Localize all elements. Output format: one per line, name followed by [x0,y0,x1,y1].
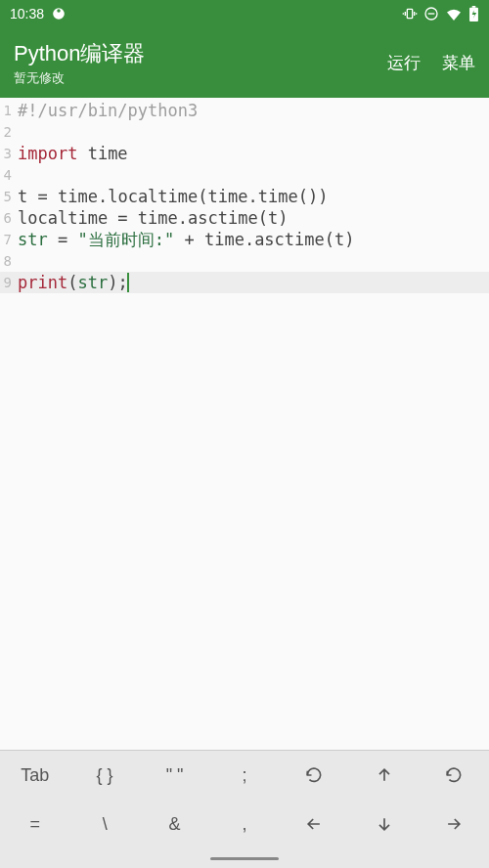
shortcut-keyboard: Tab{ }" "; =\&, [0,750,489,848]
line-number: 2 [0,121,16,143]
line-number: 6 [0,207,16,229]
menu-button[interactable]: 菜单 [442,52,475,74]
status-time: 10:38 [10,6,44,22]
code-content[interactable] [16,164,489,186]
code-content[interactable]: localtime = time.asctime(t) [16,207,489,229]
line-number: 8 [0,250,16,272]
code-line[interactable]: 9print(str); [0,272,489,293]
run-button[interactable]: 运行 [387,52,421,74]
code-content[interactable]: t = time.localtime(time.time()) [16,186,489,207]
line-number: 9 [0,272,16,293]
cursor [127,273,129,292]
code-content[interactable] [16,121,489,143]
nav-bar [0,848,489,868]
code-content[interactable] [16,250,489,272]
wifi-icon [445,7,463,21]
kb-key[interactable]: { } [69,751,139,800]
code-line[interactable]: 2 [0,121,489,143]
kb-key[interactable]: " " [140,751,209,800]
app-header: Python编译器 暂无修改 运行 菜单 [0,27,489,98]
kb-key-arrow-up-icon[interactable] [349,751,419,800]
line-number: 7 [0,229,16,250]
nav-handle[interactable] [210,857,279,860]
kb-key-arrow-right-icon[interactable] [420,800,489,848]
kb-key-arrow-left-icon[interactable] [280,800,349,848]
code-content[interactable]: import time [16,143,489,164]
file-status: 暂无修改 [14,69,146,87]
code-editor[interactable]: 1#!/usr/bin/python323import time45t = ti… [0,98,489,750]
app-indicator-icon [52,7,66,21]
svg-point-1 [57,9,61,13]
code-line[interactable]: 3import time [0,143,489,164]
kb-key[interactable]: \ [69,800,139,848]
code-line[interactable]: 4 [0,164,489,186]
code-content[interactable]: #!/usr/bin/python3 [16,100,489,121]
code-line[interactable]: 8 [0,250,489,272]
kb-key-refresh-icon[interactable] [420,751,489,800]
line-number: 5 [0,186,16,207]
code-line[interactable]: 6localtime = time.asctime(t) [0,207,489,229]
code-content[interactable]: print(str); [16,272,489,293]
dnd-icon [423,6,439,22]
kb-key-refresh-icon[interactable] [280,751,349,800]
code-line[interactable]: 7str = "当前时间:" + time.asctime(t) [0,229,489,250]
line-number: 3 [0,143,16,164]
kb-key[interactable]: Tab [0,751,69,800]
vibrate-icon [402,6,418,22]
code-line[interactable]: 1#!/usr/bin/python3 [0,100,489,121]
kb-key[interactable]: = [0,800,69,848]
battery-icon [468,6,479,22]
code-line[interactable]: 5t = time.localtime(time.time()) [0,186,489,207]
app-title: Python编译器 [14,39,146,68]
code-content[interactable]: str = "当前时间:" + time.asctime(t) [16,229,489,250]
line-number: 1 [0,100,16,121]
status-bar: 10:38 [0,0,489,27]
kb-key-arrow-down-icon[interactable] [349,800,419,848]
kb-key[interactable]: , [209,800,279,848]
svg-rect-2 [407,9,412,18]
svg-rect-10 [472,6,476,8]
kb-key[interactable]: & [140,800,209,848]
line-number: 4 [0,164,16,186]
kb-key[interactable]: ; [209,751,279,800]
